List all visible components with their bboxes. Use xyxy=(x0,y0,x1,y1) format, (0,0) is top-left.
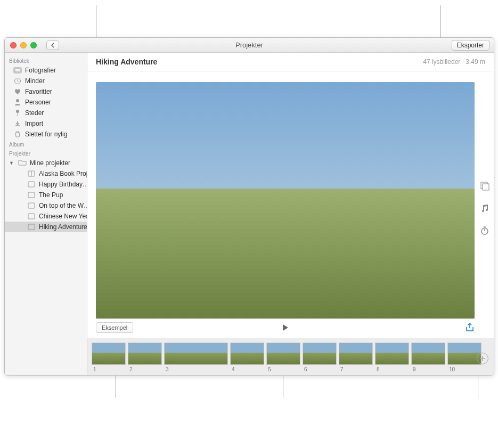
play-icon xyxy=(281,323,290,332)
slide-thumbnail[interactable]: 1 xyxy=(92,343,126,371)
sidebar-item-favorites[interactable]: Favoritter xyxy=(5,86,87,97)
slide-thumbnail[interactable]: 2 xyxy=(128,343,162,371)
folder-icon xyxy=(18,159,27,167)
thumbnail-number: 8 xyxy=(377,366,380,372)
sidebar-item-label: Minder xyxy=(25,77,45,85)
sidebar-project-item[interactable]: Happy Birthday… xyxy=(5,179,87,190)
slideshow-icon xyxy=(27,223,36,231)
sidebar-item-label: Personer xyxy=(25,99,51,106)
play-button[interactable] xyxy=(281,323,290,332)
slide-thumbnail[interactable]: 6 xyxy=(303,343,337,371)
close-window-button[interactable] xyxy=(10,42,17,48)
photo-subject xyxy=(288,223,330,303)
sidebar-section-library: Bibliotek xyxy=(5,56,87,65)
slideshow-icon xyxy=(27,202,36,209)
clock-icon xyxy=(13,77,22,85)
slide-thumbnail[interactable]: 8 xyxy=(375,343,409,371)
titlebar: Projekter Eksporter xyxy=(5,38,494,53)
sidebar-item-label: Fotografier xyxy=(25,67,56,74)
sidebar-section-projects: Projekter xyxy=(5,149,87,158)
chevron-left-icon xyxy=(51,43,55,48)
preview-button[interactable]: Eksempel xyxy=(96,322,133,333)
sidebar-item-label: On top of the W… xyxy=(39,202,87,209)
sidebar-item-label: Slettet for nylig xyxy=(25,131,67,138)
svg-rect-10 xyxy=(28,203,35,208)
window-controls xyxy=(5,42,37,48)
window-title: Projekter xyxy=(5,41,494,49)
sidebar-project-item[interactable]: The Pup xyxy=(5,190,87,200)
sidebar-project-item[interactable]: On top of the W… xyxy=(5,200,87,211)
sidebar-item-my-projects[interactable]: ▼ Mine projekter xyxy=(5,158,87,168)
sidebar-item-label: Import xyxy=(25,120,43,127)
svg-rect-8 xyxy=(28,182,35,187)
right-toolbar xyxy=(475,181,494,236)
svg-rect-9 xyxy=(28,192,35,198)
theme-button[interactable] xyxy=(479,181,490,191)
share-icon xyxy=(465,323,475,332)
slide-thumbnail[interactable]: 7 xyxy=(339,343,373,371)
pin-icon xyxy=(13,109,22,117)
minimize-window-button[interactable] xyxy=(20,42,27,48)
slideshow-icon xyxy=(27,181,36,188)
slideshow-icon xyxy=(27,191,36,199)
sidebar-project-item-selected[interactable]: Hiking Adventure xyxy=(5,222,87,232)
sidebar-item-photos[interactable]: Fotografier xyxy=(5,65,87,76)
sidebar-item-people[interactable]: Personer xyxy=(5,97,87,108)
svg-rect-14 xyxy=(483,184,489,190)
share-button[interactable] xyxy=(465,323,475,332)
photos-icon xyxy=(13,67,22,74)
slide-preview[interactable] xyxy=(96,82,475,319)
sidebar-item-memories[interactable]: Minder xyxy=(5,76,87,86)
thumbnail-strip[interactable]: 1 2 3 4 5 6 7 8 9 10 xyxy=(87,338,494,375)
thumbnail-number: 7 xyxy=(340,366,344,372)
sidebar-item-label: Happy Birthday… xyxy=(39,181,87,188)
thumbnail-number: 9 xyxy=(413,366,416,372)
sidebar-item-label: Hiking Adventure xyxy=(39,223,87,231)
slide-thumbnail[interactable]: 5 xyxy=(266,343,300,371)
theme-icon xyxy=(480,181,489,191)
svg-rect-1 xyxy=(15,69,20,72)
svg-point-3 xyxy=(16,99,19,102)
sidebar-project-item[interactable]: Alaska Book Proj… xyxy=(5,168,87,179)
person-icon xyxy=(13,99,22,106)
disclosure-triangle-icon[interactable]: ▼ xyxy=(9,160,14,166)
project-meta: 47 lysbilleder · 3.49 m xyxy=(423,58,485,66)
music-button[interactable] xyxy=(479,203,490,214)
sidebar-item-places[interactable]: Steder xyxy=(5,108,87,118)
heart-icon xyxy=(13,88,22,95)
sidebar: Bibliotek Fotografier Minder Favoritter … xyxy=(5,53,87,375)
photo-subject xyxy=(186,223,229,303)
slideshow-icon xyxy=(27,213,36,220)
sidebar-section-album: Album xyxy=(5,140,87,149)
sidebar-item-label: Chinese New Year xyxy=(39,213,87,220)
sidebar-item-label: Alaska Book Proj… xyxy=(39,170,87,177)
sidebar-item-label: Mine projekter xyxy=(30,159,70,167)
book-icon xyxy=(27,170,36,177)
timer-button[interactable] xyxy=(479,225,490,236)
add-slide-button[interactable] xyxy=(477,353,488,364)
back-button[interactable] xyxy=(46,40,59,50)
thumbnail-number: 3 xyxy=(166,366,169,372)
thumbnail-number: 4 xyxy=(232,366,235,372)
music-icon xyxy=(480,203,489,213)
zoom-window-button[interactable] xyxy=(30,42,37,48)
project-title: Hiking Adventure xyxy=(96,58,157,66)
trash-icon xyxy=(13,131,22,138)
stopwatch-icon xyxy=(480,226,489,235)
main-header: Hiking Adventure 47 lysbilleder · 3.49 m xyxy=(87,53,494,71)
thumbnail-number: 2 xyxy=(129,366,133,372)
slide-thumbnail[interactable]: 3 xyxy=(164,343,228,371)
slide-thumbnail[interactable]: 9 xyxy=(411,343,445,371)
sidebar-item-import[interactable]: Import xyxy=(5,118,87,129)
thumbnail-number: 6 xyxy=(304,366,307,372)
preview-area: Eksempel xyxy=(87,71,494,338)
preview-controls: Eksempel xyxy=(96,319,475,335)
content-area: Bibliotek Fotografier Minder Favoritter … xyxy=(5,53,494,375)
sidebar-project-item[interactable]: Chinese New Year xyxy=(5,211,87,222)
sidebar-item-recently-deleted[interactable]: Slettet for nylig xyxy=(5,129,87,140)
sidebar-item-label: The Pup xyxy=(39,191,63,199)
slide-thumbnail[interactable]: 4 xyxy=(230,343,264,371)
app-window: Projekter Eksporter Bibliotek Fotografie… xyxy=(4,37,494,376)
export-button[interactable]: Eksporter xyxy=(452,40,489,51)
thumbnail-number: 5 xyxy=(268,366,271,372)
